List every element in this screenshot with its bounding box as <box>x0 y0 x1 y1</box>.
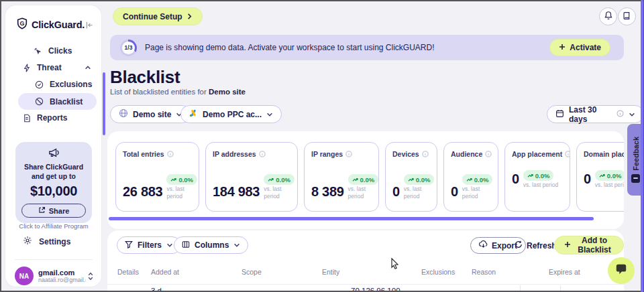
refresh-label: Refresh <box>527 241 557 250</box>
book-icon <box>623 11 631 22</box>
sidebar-item-label: Exclusions <box>50 80 92 89</box>
stat-delta: 0.0% <box>416 176 431 184</box>
document-icon <box>23 114 31 123</box>
block-icon <box>35 97 44 106</box>
setup-step: 1/3 <box>122 42 135 54</box>
page-vertical-scrollbar[interactable] <box>641 0 643 292</box>
chevron-right-icon <box>186 12 193 21</box>
logo[interactable]: G ClickGuard. <box>16 17 94 32</box>
stat-label: App placement <box>512 150 562 158</box>
stat-vs-label: vs. last period <box>462 186 493 200</box>
stat-label: IP addresses <box>213 150 256 158</box>
continue-setup-button[interactable]: Continue Setup <box>113 7 203 25</box>
stat-value: 0 <box>512 171 519 187</box>
stat-delta: 0.0% <box>276 176 290 184</box>
download-cloud-icon <box>479 240 488 250</box>
notifications-button[interactable] <box>599 7 617 25</box>
info-icon[interactable] <box>259 151 266 157</box>
sidebar-item-label: Reports <box>37 113 67 123</box>
user-account[interactable]: NA gmail.com naatali.ro@gmail.com <box>15 267 94 285</box>
continue-setup-label: Continue Setup <box>123 12 182 21</box>
cursor-click-icon <box>34 47 42 56</box>
stat-label: Audience <box>451 150 482 158</box>
stat-card-app-placement: App placement 0 0.0% vs. last period <box>504 142 570 212</box>
trend-up-icon <box>527 172 533 179</box>
stat-card-audience: Audience 0 0.0% vs. last period <box>443 142 498 212</box>
column-header-expires-at[interactable]: Expires at <box>549 268 580 276</box>
sidebar-scrollbar[interactable] <box>103 72 105 135</box>
stat-vs-label: vs. last period <box>523 181 558 189</box>
refresh-icon <box>515 240 523 250</box>
calendar-icon <box>555 109 564 120</box>
affiliate-link[interactable]: Click to Affiliate Program <box>15 222 92 230</box>
sidebar-item-label: Threat <box>37 63 62 72</box>
info-icon[interactable] <box>345 151 352 157</box>
refresh-button[interactable]: Refresh <box>515 237 557 254</box>
sidebar-item-clicks[interactable]: Clicks <box>34 46 72 56</box>
svg-text:G: G <box>19 20 24 27</box>
date-range-selector[interactable]: Last 30 days <box>547 105 644 123</box>
affiliate-promo-card[interactable]: Share ClickGuard and get up to $10,000 S… <box>15 142 92 223</box>
site-selector[interactable]: Demo site <box>110 105 191 123</box>
columns-button[interactable]: Columns <box>174 236 248 254</box>
sidebar-item-reports[interactable]: Reports <box>23 113 67 123</box>
shield-logo-icon: G <box>16 17 28 32</box>
ppc-account-value: Demo PPC ac... <box>203 110 262 119</box>
check-circle-icon <box>35 80 44 89</box>
sidebar-item-settings[interactable]: Settings <box>23 236 70 247</box>
table-row-divider <box>107 284 624 285</box>
stats-panel: Total entries 26 883 0.0% vs. last perio… <box>107 131 624 229</box>
ppc-account-selector[interactable]: Demo PPC ac... <box>180 105 282 123</box>
sidebar-item-threat[interactable]: Threat <box>23 63 91 72</box>
column-header-added-at[interactable]: Added at <box>151 268 179 276</box>
column-header-details[interactable]: Details <box>117 268 139 276</box>
gear-icon <box>23 236 32 247</box>
info-icon[interactable] <box>422 151 429 157</box>
page-title: Blacklist <box>110 67 180 88</box>
info-icon[interactable] <box>565 151 570 157</box>
info-icon[interactable] <box>167 151 174 157</box>
user-email: naatali.ro@gmail.com <box>38 277 86 283</box>
docs-button[interactable] <box>618 7 636 25</box>
filters-label: Filters <box>138 240 162 250</box>
info-icon <box>616 110 624 119</box>
collapse-sidebar-icon[interactable] <box>85 21 94 29</box>
share-button[interactable]: Share <box>21 204 86 218</box>
stat-value: 26 883 <box>123 184 162 200</box>
filters-button[interactable]: Filters <box>117 236 181 254</box>
sidebar-item-blacklist[interactable]: Blacklist <box>18 93 97 110</box>
chat-bubble-icon <box>614 263 628 278</box>
stat-vs-label: vs. last period <box>404 186 435 200</box>
info-icon[interactable] <box>485 151 492 157</box>
plus-icon <box>564 240 571 250</box>
window-edge-left <box>0 0 1 292</box>
stat-label: Domain placement <box>584 150 624 158</box>
stat-card-devices: Devices 0 0.0% vs. last period <box>385 142 437 212</box>
stat-card-total-entries: Total entries 26 883 0.0% vs. last perio… <box>115 142 199 212</box>
globe-icon <box>119 108 128 120</box>
stat-label: IP ranges <box>311 150 343 158</box>
sidebar-divider <box>15 259 93 260</box>
share-label: Share <box>49 207 70 215</box>
cards-horizontal-scrollbar[interactable] <box>109 217 594 220</box>
stat-card-ip-ranges: IP ranges 8 389 0.0% vs. last period <box>304 142 379 212</box>
column-header-entity[interactable]: Entity <box>322 268 339 276</box>
clickguard-app: G ClickGuard. Clicks Threat <box>0 0 644 292</box>
column-header-reason[interactable]: Reason <box>472 268 496 276</box>
add-to-blacklist-button[interactable]: Add to Blacklist <box>554 236 624 254</box>
mouse-cursor <box>390 258 400 273</box>
chevron-up-icon <box>85 64 91 71</box>
column-header-exclusions[interactable]: Exclusions <box>421 268 455 276</box>
sidebar-item-exclusions[interactable]: Exclusions <box>35 80 92 89</box>
activate-label: Activate <box>570 43 601 52</box>
chat-widget-button[interactable] <box>608 257 635 284</box>
column-header-scope[interactable]: Scope <box>241 268 262 276</box>
site-selector-value: Demo site <box>133 110 171 119</box>
stat-vs-label: vs. last period <box>166 186 197 200</box>
funnel-icon <box>125 240 133 250</box>
activate-button[interactable]: Activate <box>549 39 610 56</box>
select-carets-icon <box>87 272 94 281</box>
chevron-down-icon <box>233 242 240 248</box>
promo-amount: $10,000 <box>15 184 92 199</box>
trend-up-icon <box>170 176 176 184</box>
